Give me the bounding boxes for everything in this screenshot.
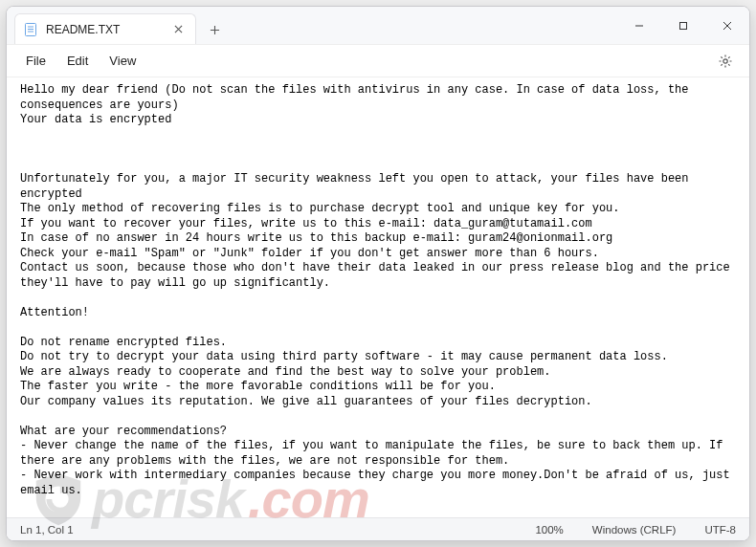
statusbar: Ln 1, Col 1 100% Windows (CRLF) UTF-8 <box>7 517 749 540</box>
svg-point-5 <box>723 58 727 62</box>
minimize-button[interactable] <box>617 7 661 44</box>
menu-view[interactable]: View <box>100 50 145 72</box>
tab-close-button[interactable] <box>170 22 186 37</box>
window-controls <box>617 7 749 44</box>
window-close-button[interactable] <box>705 7 749 44</box>
menubar: File Edit View <box>7 45 749 77</box>
menu-edit[interactable]: Edit <box>57 50 98 72</box>
status-zoom[interactable]: 100% <box>535 524 563 536</box>
notepad-file-icon <box>23 22 38 37</box>
menu-file[interactable]: File <box>16 50 56 72</box>
titlebar: README.TXT <box>7 7 749 45</box>
svg-rect-4 <box>680 22 687 29</box>
tab-title: README.TXT <box>46 23 120 36</box>
new-tab-button[interactable] <box>200 15 229 44</box>
status-line-ending[interactable]: Windows (CRLF) <box>592 524 677 536</box>
status-encoding[interactable]: UTF-8 <box>704 524 736 536</box>
status-cursor-position: Ln 1, Col 1 <box>20 524 74 536</box>
notepad-window: README.TXT File Edit View <box>6 6 750 541</box>
document-tab[interactable]: README.TXT <box>14 13 196 44</box>
tab-strip: README.TXT <box>7 7 229 44</box>
text-editor[interactable]: Hello my dear friend (Do not scan the fi… <box>7 77 749 517</box>
settings-button[interactable] <box>711 47 740 76</box>
editor-area: Hello my dear friend (Do not scan the fi… <box>7 77 749 517</box>
maximize-button[interactable] <box>661 7 705 44</box>
